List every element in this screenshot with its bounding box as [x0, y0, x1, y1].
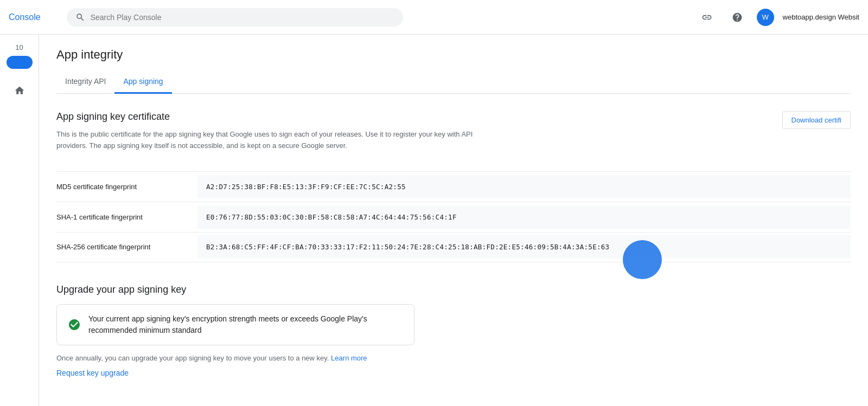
upgrade-section: Upgrade your app signing key Your curren… [56, 284, 851, 377]
account-name[interactable]: webtoapp.design Websit [783, 13, 859, 21]
page-title: App integrity [56, 48, 851, 62]
tabs-container: Integrity API App signing [56, 70, 851, 94]
request-key-upgrade-button[interactable]: Request key upgrade [56, 369, 129, 377]
upgrade-note: Once annually, you can upgrade your app … [56, 354, 851, 362]
upgrade-section-title: Upgrade your app signing key [56, 284, 851, 295]
search-icon [75, 12, 85, 22]
download-certificate-button[interactable]: Download certifi [782, 111, 851, 129]
console-logo: Console [9, 12, 41, 22]
certificate-section-title: App signing key certificate [56, 111, 501, 123]
sha1-value: E0:76:77:8D:55:03:0C:30:BF:58:C8:58:A7:4… [197, 205, 851, 229]
header-right: W webtoapp.design Websit [696, 7, 859, 28]
header: Console W webtoapp.design Websit [0, 0, 868, 35]
main-content: App integrity Integrity API App signing … [39, 35, 868, 406]
sidebar: 10 [0, 35, 39, 406]
sidebar-number: 10 [15, 43, 23, 51]
search-input[interactable] [91, 13, 394, 22]
table-row: SHA-1 certificate fingerprint E0:76:77:8… [56, 202, 851, 232]
md5-value: A2:D7:25:38:BF:F8:E5:13:3F:F9:CF:EE:7C:5… [197, 175, 851, 198]
table-row: MD5 certificate fingerprint A2:D7:25:38:… [56, 171, 851, 202]
status-card: Your current app signing key's encryptio… [56, 304, 414, 345]
sha256-label: SHA-256 certificate fingerprint [56, 236, 197, 257]
sha1-label: SHA-1 certificate fingerprint [56, 207, 197, 228]
learn-more-link[interactable]: Learn more [331, 354, 367, 362]
tab-app-signing[interactable]: App signing [114, 70, 171, 94]
tab-integrity-api[interactable]: Integrity API [56, 70, 114, 94]
certificate-section-header: App signing key certificate This is the … [56, 111, 851, 165]
sidebar-item-home[interactable] [7, 78, 33, 104]
md5-label: MD5 certificate fingerprint [56, 176, 197, 197]
certificate-title-group: App signing key certificate This is the … [56, 111, 501, 165]
check-circle-icon [68, 318, 81, 331]
help-icon-button[interactable] [726, 7, 748, 28]
search-container [67, 8, 403, 27]
certificate-section-desc: This is the public certificate for the a… [56, 129, 501, 152]
sha256-value: B2:3A:68:C5:FF:4F:CF:BA:70:33:33:17:F2:1… [197, 235, 851, 259]
table-row: SHA-256 certificate fingerprint B2:3A:68… [56, 232, 851, 262]
header-left: Console [9, 12, 41, 22]
fingerprint-table: MD5 certificate fingerprint A2:D7:25:38:… [56, 171, 851, 262]
status-text: Your current app signing key's encryptio… [88, 313, 403, 336]
sidebar-toggle[interactable] [7, 56, 33, 69]
avatar[interactable]: W [757, 9, 774, 26]
link-icon-button[interactable] [696, 7, 718, 28]
